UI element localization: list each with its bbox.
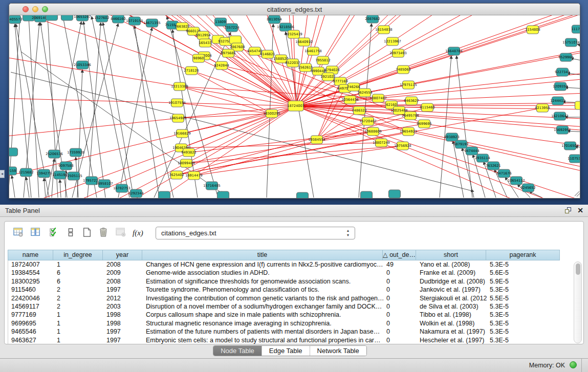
table-type-segmented-control[interactable]: Node TableEdge TableNetwork Table (213, 345, 367, 356)
cell-name[interactable]: 9115460 (8, 286, 54, 294)
cell-in_degree[interactable]: 2 (54, 302, 103, 311)
cell-name[interactable]: 18724007 (8, 260, 54, 269)
tab-node-table[interactable]: Node Table (213, 346, 262, 356)
cell-pagerank[interactable]: 5.3E-5 (487, 302, 560, 311)
table-row[interactable]: 969969511998Structural magnetic resonanc… (8, 319, 564, 327)
memory-ok-indicator[interactable] (570, 361, 577, 368)
graph-node[interactable] (575, 101, 580, 110)
graph-node[interactable]: 746266 (347, 83, 360, 91)
column-header-year[interactable]: year (103, 250, 142, 260)
table-settings-icon[interactable] (12, 226, 25, 239)
graph-node[interactable]: 16648784 (445, 47, 463, 55)
graph-node[interactable]: 9227343 (555, 68, 570, 76)
vertical-scrollbar[interactable] (574, 261, 582, 343)
table-panel-titlebar[interactable]: Table Panel ✕ (0, 205, 588, 217)
cell-title[interactable]: Corpus callosum shape and size in male p… (143, 311, 383, 319)
cell-title[interactable]: Changes of HCN gene expression and I(f) … (143, 260, 383, 269)
network-view-window[interactable]: citations_edges.txt 24055722069140610653… (9, 3, 580, 199)
graph-node[interactable]: 16958107 (96, 180, 113, 188)
graph-node[interactable]: 1209358 (553, 82, 568, 91)
graph-node[interactable]: 9097588 (58, 162, 73, 170)
batch-checkmarks-icon[interactable] (48, 226, 61, 239)
graph-node[interactable]: 9242844 (214, 61, 229, 70)
graph-node[interactable]: 1154808 (525, 26, 540, 34)
graph-node[interactable] (46, 15, 58, 20)
column-header-pagerank[interactable]: pagerank (486, 250, 560, 260)
cell-short[interactable]: Hescheler et al. (1997) (417, 336, 487, 344)
graph-node[interactable]: 15692951 (554, 126, 571, 134)
graph-node[interactable]: 1244413 (550, 97, 565, 105)
cell-title[interactable]: Investigating the contribution of common… (143, 294, 383, 302)
cell-year[interactable]: 1997 (103, 327, 143, 336)
graph-node[interactable]: 20973493 (389, 49, 407, 57)
graph-node[interactable]: 18099489 (178, 159, 195, 167)
graph-node[interactable] (9, 148, 18, 156)
graph-node[interactable]: 8466160 (111, 15, 125, 23)
table-selector-dropdown[interactable]: citations_edges.txt ▲▼ (156, 227, 355, 239)
cell-year[interactable]: 1997 (103, 286, 143, 294)
close-icon[interactable]: ✕ (577, 206, 583, 214)
graph-node[interactable]: 14671355 (143, 19, 161, 27)
table-row[interactable]: 911546021997Tourette syndrome. Phenomeno… (8, 286, 564, 294)
cell-name[interactable]: 19384554 (8, 269, 54, 277)
cell-in_degree[interactable]: 6 (54, 269, 103, 277)
cell-year[interactable]: 2003 (103, 302, 143, 311)
cell-title[interactable]: Genome-wide association studies in ADHD. (143, 269, 383, 277)
table-row[interactable]: 1938455462009Genome-wide association stu… (8, 269, 564, 277)
graph-node[interactable]: 16914479 (185, 171, 203, 180)
graph-node[interactable]: 10807487 (369, 94, 387, 102)
cell-name[interactable]: 9699695 (8, 319, 54, 327)
graph-node[interactable]: 19654985 (169, 114, 187, 122)
graph-node[interactable]: 8213958 (535, 104, 550, 112)
cell-name[interactable]: 9465546 (8, 327, 54, 336)
graph-node[interactable]: 16461758 (304, 47, 322, 55)
graph-node[interactable]: 1215682 (18, 168, 33, 177)
graph-node[interactable]: 9493822 (181, 148, 196, 157)
graph-node[interactable]: 19166829 (173, 129, 191, 138)
graph-node[interactable]: 25206576 (46, 150, 63, 158)
graph-node[interactable]: 10654112 (508, 177, 525, 185)
graph-node[interactable]: 1394275 (36, 169, 51, 178)
table-row[interactable]: 946554611997Estimation of the future num… (8, 327, 564, 336)
cell-in_degree[interactable]: 1 (54, 336, 103, 344)
resize-grip-icon[interactable] (575, 191, 580, 196)
table-row[interactable]: 1456911722003Disruption of a novel membe… (8, 302, 564, 311)
network-canvas-container[interactable]: 2405572206914061065328715276028466160107… (9, 15, 580, 198)
cell-out_de[interactable]: 0 (383, 319, 417, 327)
cell-title[interactable]: Estimation of significance thresholds fo… (143, 277, 383, 286)
panel-collapse-arrow[interactable]: ◂ (0, 170, 5, 178)
cell-out_de[interactable]: 0 (383, 269, 417, 277)
graph-node[interactable]: 39159 (9, 167, 17, 175)
cell-short[interactable]: Franke et al. (2009) (417, 269, 487, 277)
table-row[interactable]: 1830029562008Estimation of significance … (8, 277, 564, 286)
graph-node[interactable]: 12213967 (384, 37, 401, 46)
graph-node[interactable]: 18807249 (373, 139, 390, 147)
graph-node[interactable]: 12213389 (171, 82, 188, 91)
graph-node[interactable]: 9975685 (221, 49, 235, 57)
table-row[interactable]: 946362711997Embryonic stem cells: a mode… (8, 336, 564, 344)
node-layer[interactable]: 2405572206914061065328715276028466160107… (9, 15, 580, 198)
graph-node[interactable]: 111730 (571, 25, 580, 33)
cell-short[interactable]: Tibbo et al. (1998) (417, 311, 487, 319)
graph-node[interactable] (297, 192, 309, 198)
cell-pagerank[interactable]: 5.3E-5 (487, 319, 560, 327)
graph-node[interactable] (61, 15, 73, 20)
cell-name[interactable]: 18300295 (8, 277, 54, 286)
function-builder-icon[interactable]: f(x) (133, 226, 146, 239)
graph-node[interactable]: 16210643 (551, 112, 569, 120)
graph-node[interactable]: 15720407 (359, 117, 377, 125)
graph-node[interactable]: 3624554 (357, 89, 372, 97)
cell-out_de[interactable]: 0 (383, 294, 417, 302)
rows-icon[interactable] (64, 226, 77, 239)
graph-node[interactable]: 10653287 (74, 15, 91, 21)
cell-name[interactable]: 14569117 (8, 302, 54, 311)
graph-node[interactable]: 8813054 (267, 15, 281, 24)
column-header-in_degree[interactable]: in_degree (53, 250, 103, 260)
cell-in_degree[interactable]: 1 (54, 311, 103, 319)
graph-node[interactable]: 13809 (215, 18, 227, 26)
graph-node[interactable] (217, 191, 229, 198)
cell-in_degree[interactable]: 1 (54, 319, 103, 327)
graph-node[interactable] (389, 190, 401, 198)
cell-short[interactable]: Yano et al. (2008) (417, 260, 487, 269)
cell-year[interactable]: 1997 (103, 336, 143, 344)
